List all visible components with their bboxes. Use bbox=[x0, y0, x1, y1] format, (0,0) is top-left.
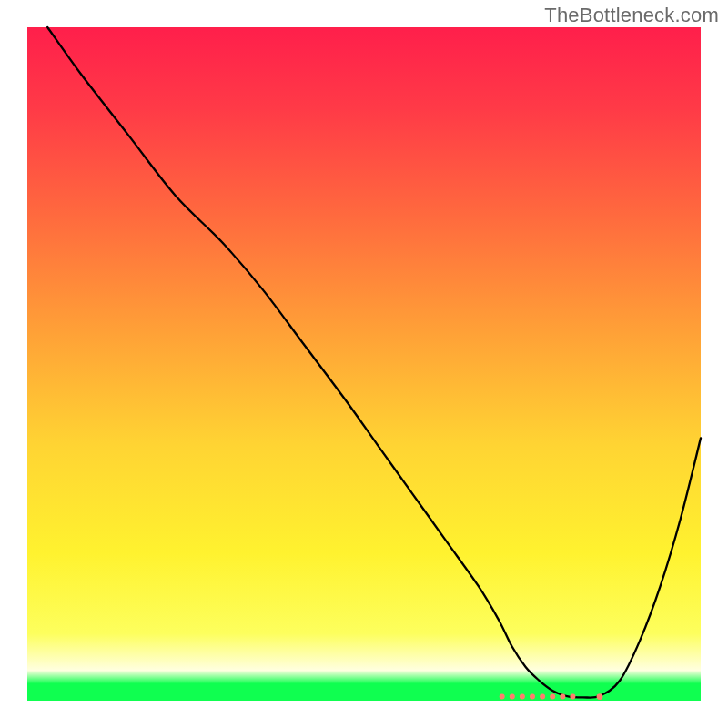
marker-dot bbox=[560, 694, 565, 700]
plot-background bbox=[27, 27, 701, 701]
marker-dot bbox=[530, 694, 535, 700]
marker-dot bbox=[510, 694, 515, 700]
marker-dot bbox=[597, 693, 603, 700]
chart-stage: TheBottleneck.com bbox=[0, 0, 728, 728]
marker-dot bbox=[500, 694, 505, 700]
bottleneck-chart bbox=[0, 0, 728, 728]
watermark-text: TheBottleneck.com bbox=[544, 4, 719, 27]
marker-dot bbox=[520, 694, 525, 700]
marker-dot bbox=[550, 694, 555, 700]
marker-dot bbox=[540, 694, 545, 700]
marker-dot bbox=[570, 694, 575, 700]
